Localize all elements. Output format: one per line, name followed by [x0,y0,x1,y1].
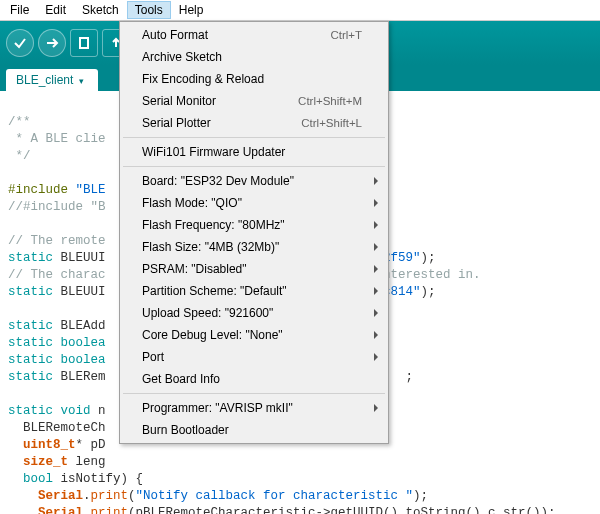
menu-item-label: Port [142,350,362,364]
menu-item-label: Archive Sketch [142,50,362,64]
menu-item-label: Burn Bootloader [142,423,362,437]
menu-item-shortcut: Ctrl+Shift+L [301,117,362,129]
menu-separator [123,166,385,167]
menu-item[interactable]: Serial PlotterCtrl+Shift+L [122,112,386,134]
menu-item[interactable]: Flash Mode: "QIO" [122,192,386,214]
verify-button[interactable] [6,29,34,57]
menu-item[interactable]: Board: "ESP32 Dev Module" [122,170,386,192]
menu-help[interactable]: Help [171,1,212,19]
menu-item[interactable]: Upload Speed: "921600" [122,302,386,324]
menu-item-label: Flash Size: "4MB (32Mb)" [142,240,362,254]
menu-item[interactable]: Flash Size: "4MB (32Mb)" [122,236,386,258]
menu-item-label: Serial Plotter [142,116,301,130]
menu-item-label: Get Board Info [142,372,362,386]
menu-item-label: Board: "ESP32 Dev Module" [142,174,362,188]
menu-item-label: Flash Mode: "QIO" [142,196,362,210]
code-line: /** [8,115,31,129]
menu-item-label: PSRAM: "Disabled" [142,262,362,276]
menu-item[interactable]: Partition Scheme: "Default" [122,280,386,302]
menu-item-label: Partition Scheme: "Default" [142,284,362,298]
code-line: * A BLE clie [8,132,106,146]
menu-item[interactable]: Flash Frequency: "80MHz" [122,214,386,236]
menu-item-label: WiFi101 Firmware Updater [142,145,362,159]
menu-separator [123,137,385,138]
menu-item[interactable]: Core Debug Level: "None" [122,324,386,346]
menu-sketch[interactable]: Sketch [74,1,127,19]
menu-separator [123,393,385,394]
menu-item-label: Flash Frequency: "80MHz" [142,218,362,232]
menu-tools[interactable]: Tools [127,1,171,19]
tab-ble-client[interactable]: BLE_client [6,69,98,91]
menu-item-label: Serial Monitor [142,94,298,108]
menu-file[interactable]: File [2,1,37,19]
menu-item-label: Upload Speed: "921600" [142,306,362,320]
menu-item-label: Core Debug Level: "None" [142,328,362,342]
svg-rect-0 [80,38,88,48]
menu-item[interactable]: Programmer: "AVRISP mkII" [122,397,386,419]
menu-edit[interactable]: Edit [37,1,74,19]
menu-item-shortcut: Ctrl+T [330,29,362,41]
menu-item[interactable]: Port [122,346,386,368]
code-line: #include [8,183,68,197]
menu-item[interactable]: Fix Encoding & Reload [122,68,386,90]
menu-item[interactable]: PSRAM: "Disabled" [122,258,386,280]
menubar: File Edit Sketch Tools Help [0,0,600,21]
menu-item-shortcut: Ctrl+Shift+M [298,95,362,107]
menu-item-label: Fix Encoding & Reload [142,72,362,86]
menu-item[interactable]: Serial MonitorCtrl+Shift+M [122,90,386,112]
menu-item-label: Auto Format [142,28,330,42]
code-line: // The charac [8,268,106,282]
menu-item[interactable]: Archive Sketch [122,46,386,68]
new-button[interactable] [70,29,98,57]
menu-item[interactable]: Get Board Info [122,368,386,390]
menu-item[interactable]: WiFi101 Firmware Updater [122,141,386,163]
menu-item-label: Programmer: "AVRISP mkII" [142,401,362,415]
code-line: */ [8,149,31,163]
menu-item[interactable]: Auto FormatCtrl+T [122,24,386,46]
code-line: // The remote [8,234,106,248]
tools-dropdown: Auto FormatCtrl+TArchive SketchFix Encod… [119,21,389,444]
code-line: //#include "B [8,200,106,214]
menu-item[interactable]: Burn Bootloader [122,419,386,441]
upload-button[interactable] [38,29,66,57]
